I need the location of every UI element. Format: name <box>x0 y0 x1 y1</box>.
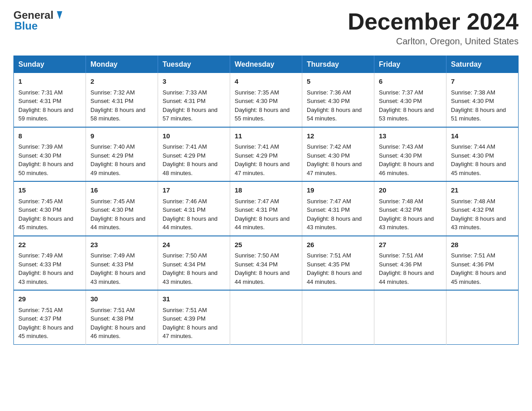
day-info: Sunrise: 7:37 AMSunset: 4:30 PMDaylight:… <box>379 89 434 122</box>
day-number: 3 <box>163 77 225 87</box>
day-number: 30 <box>90 294 153 304</box>
day-number: 2 <box>90 77 153 87</box>
day-info: Sunrise: 7:41 AMSunset: 4:29 PMDaylight:… <box>235 143 290 176</box>
day-number: 8 <box>18 131 81 141</box>
calendar-week-row: 1 Sunrise: 7:31 AMSunset: 4:31 PMDayligh… <box>14 73 519 127</box>
day-number: 24 <box>163 240 225 250</box>
day-number: 27 <box>379 240 442 250</box>
table-row: 26 Sunrise: 7:51 AMSunset: 4:35 PMDaylig… <box>302 236 374 291</box>
day-number: 7 <box>451 77 514 87</box>
table-row: 23 Sunrise: 7:49 AMSunset: 4:33 PMDaylig… <box>86 236 158 291</box>
table-row: 15 Sunrise: 7:45 AMSunset: 4:30 PMDaylig… <box>14 181 86 236</box>
table-row: 4 Sunrise: 7:35 AMSunset: 4:30 PMDayligh… <box>230 73 302 127</box>
day-info: Sunrise: 7:50 AMSunset: 4:34 PMDaylight:… <box>163 252 218 285</box>
location-subtitle: Carlton, Oregon, United States <box>348 36 519 47</box>
table-row: 24 Sunrise: 7:50 AMSunset: 4:34 PMDaylig… <box>158 236 230 291</box>
table-row: 20 Sunrise: 7:48 AMSunset: 4:32 PMDaylig… <box>374 181 446 236</box>
table-row: 10 Sunrise: 7:41 AMSunset: 4:29 PMDaylig… <box>158 127 230 182</box>
table-row: 14 Sunrise: 7:44 AMSunset: 4:30 PMDaylig… <box>446 127 519 182</box>
table-row <box>374 290 446 344</box>
calendar-week-row: 8 Sunrise: 7:39 AMSunset: 4:30 PMDayligh… <box>14 127 519 182</box>
day-info: Sunrise: 7:51 AMSunset: 4:36 PMDaylight:… <box>379 252 434 285</box>
calendar-table: Sunday Monday Tuesday Wednesday Thursday… <box>13 56 519 345</box>
col-friday: Friday <box>374 56 446 73</box>
day-info: Sunrise: 7:38 AMSunset: 4:30 PMDaylight:… <box>451 89 506 122</box>
table-row: 19 Sunrise: 7:47 AMSunset: 4:31 PMDaylig… <box>302 181 374 236</box>
table-row: 1 Sunrise: 7:31 AMSunset: 4:31 PMDayligh… <box>14 73 86 127</box>
table-row: 25 Sunrise: 7:50 AMSunset: 4:34 PMDaylig… <box>230 236 302 291</box>
day-info: Sunrise: 7:44 AMSunset: 4:30 PMDaylight:… <box>451 143 506 176</box>
col-sunday: Sunday <box>14 56 86 73</box>
day-info: Sunrise: 7:46 AMSunset: 4:31 PMDaylight:… <box>163 198 218 231</box>
table-row: 18 Sunrise: 7:47 AMSunset: 4:31 PMDaylig… <box>230 181 302 236</box>
day-info: Sunrise: 7:50 AMSunset: 4:34 PMDaylight:… <box>235 252 290 285</box>
day-number: 31 <box>163 294 225 304</box>
day-number: 22 <box>18 240 81 250</box>
day-info: Sunrise: 7:35 AMSunset: 4:30 PMDaylight:… <box>235 89 290 122</box>
page-header: General Blue December 2024 Carlton, Oreg… <box>13 9 519 47</box>
day-info: Sunrise: 7:51 AMSunset: 4:39 PMDaylight:… <box>163 307 218 340</box>
day-info: Sunrise: 7:41 AMSunset: 4:29 PMDaylight:… <box>163 143 218 176</box>
day-info: Sunrise: 7:51 AMSunset: 4:35 PMDaylight:… <box>307 252 362 285</box>
day-info: Sunrise: 7:33 AMSunset: 4:31 PMDaylight:… <box>163 89 218 122</box>
day-info: Sunrise: 7:47 AMSunset: 4:31 PMDaylight:… <box>235 198 290 231</box>
calendar-week-row: 29 Sunrise: 7:51 AMSunset: 4:37 PMDaylig… <box>14 290 519 344</box>
day-info: Sunrise: 7:45 AMSunset: 4:30 PMDaylight:… <box>18 198 73 231</box>
day-number: 1 <box>18 77 81 87</box>
day-info: Sunrise: 7:40 AMSunset: 4:29 PMDaylight:… <box>90 143 146 176</box>
table-row: 6 Sunrise: 7:37 AMSunset: 4:30 PMDayligh… <box>374 73 446 127</box>
month-title: December 2024 <box>348 9 519 34</box>
day-number: 5 <box>307 77 369 87</box>
table-row: 17 Sunrise: 7:46 AMSunset: 4:31 PMDaylig… <box>158 181 230 236</box>
table-row: 9 Sunrise: 7:40 AMSunset: 4:29 PMDayligh… <box>86 127 158 182</box>
day-info: Sunrise: 7:48 AMSunset: 4:32 PMDaylight:… <box>379 198 434 231</box>
table-row: 11 Sunrise: 7:41 AMSunset: 4:29 PMDaylig… <box>230 127 302 182</box>
day-info: Sunrise: 7:43 AMSunset: 4:30 PMDaylight:… <box>379 143 434 176</box>
table-row: 22 Sunrise: 7:49 AMSunset: 4:33 PMDaylig… <box>14 236 86 291</box>
calendar-week-row: 22 Sunrise: 7:49 AMSunset: 4:33 PMDaylig… <box>14 236 519 291</box>
calendar-week-row: 15 Sunrise: 7:45 AMSunset: 4:30 PMDaylig… <box>14 181 519 236</box>
day-number: 11 <box>235 131 297 141</box>
day-number: 18 <box>235 185 297 196</box>
col-monday: Monday <box>86 56 158 73</box>
calendar-header-row: Sunday Monday Tuesday Wednesday Thursday… <box>14 56 519 73</box>
day-number: 15 <box>18 185 81 196</box>
day-number: 25 <box>235 240 297 250</box>
day-number: 20 <box>379 185 442 196</box>
table-row <box>302 290 374 344</box>
day-number: 19 <box>307 185 369 196</box>
day-info: Sunrise: 7:39 AMSunset: 4:30 PMDaylight:… <box>18 143 73 176</box>
day-number: 6 <box>379 77 442 87</box>
table-row: 29 Sunrise: 7:51 AMSunset: 4:37 PMDaylig… <box>14 290 86 344</box>
col-wednesday: Wednesday <box>230 56 302 73</box>
svg-marker-0 <box>57 11 62 19</box>
day-info: Sunrise: 7:47 AMSunset: 4:31 PMDaylight:… <box>307 198 362 231</box>
table-row <box>446 290 519 344</box>
table-row: 16 Sunrise: 7:45 AMSunset: 4:30 PMDaylig… <box>86 181 158 236</box>
col-tuesday: Tuesday <box>158 56 230 73</box>
day-number: 17 <box>163 185 225 196</box>
col-thursday: Thursday <box>302 56 374 73</box>
table-row: 5 Sunrise: 7:36 AMSunset: 4:30 PMDayligh… <box>302 73 374 127</box>
table-row: 28 Sunrise: 7:51 AMSunset: 4:36 PMDaylig… <box>446 236 519 291</box>
day-number: 4 <box>235 77 297 87</box>
table-row: 2 Sunrise: 7:32 AMSunset: 4:31 PMDayligh… <box>86 73 158 127</box>
day-info: Sunrise: 7:45 AMSunset: 4:30 PMDaylight:… <box>90 198 146 231</box>
day-info: Sunrise: 7:51 AMSunset: 4:36 PMDaylight:… <box>451 252 506 285</box>
day-number: 10 <box>163 131 225 141</box>
table-row: 7 Sunrise: 7:38 AMSunset: 4:30 PMDayligh… <box>446 73 519 127</box>
day-info: Sunrise: 7:36 AMSunset: 4:30 PMDaylight:… <box>307 89 362 122</box>
day-info: Sunrise: 7:49 AMSunset: 4:33 PMDaylight:… <box>18 252 73 285</box>
day-info: Sunrise: 7:32 AMSunset: 4:31 PMDaylight:… <box>90 89 146 122</box>
table-row: 8 Sunrise: 7:39 AMSunset: 4:30 PMDayligh… <box>14 127 86 182</box>
col-saturday: Saturday <box>446 56 519 73</box>
table-row: 21 Sunrise: 7:48 AMSunset: 4:32 PMDaylig… <box>446 181 519 236</box>
logo: General Blue <box>13 9 65 32</box>
day-number: 13 <box>379 131 442 141</box>
day-number: 29 <box>18 294 81 304</box>
day-info: Sunrise: 7:48 AMSunset: 4:32 PMDaylight:… <box>451 198 506 231</box>
title-block: December 2024 Carlton, Oregon, United St… <box>348 9 519 47</box>
logo-arrow-icon <box>54 10 64 20</box>
day-number: 14 <box>451 131 514 141</box>
day-info: Sunrise: 7:31 AMSunset: 4:31 PMDaylight:… <box>18 89 73 122</box>
